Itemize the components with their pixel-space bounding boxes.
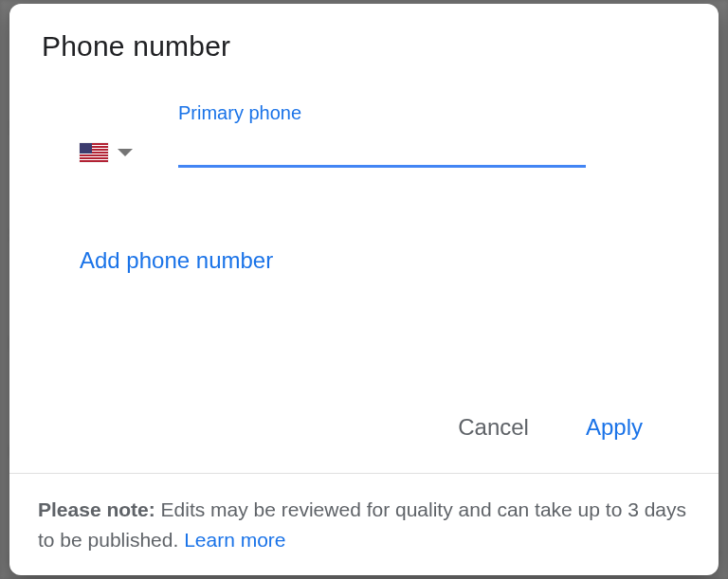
dialog-footer-note: Please note: Edits may be reviewed for q…: [9, 473, 719, 575]
cancel-button[interactable]: Cancel: [456, 410, 531, 444]
dialog-title: Phone number: [42, 30, 686, 63]
primary-phone-input[interactable]: [178, 131, 586, 168]
footer-note-prefix: Please note:: [38, 498, 155, 520]
add-phone-number-button[interactable]: Add phone number: [42, 247, 273, 274]
phone-number-dialog: Phone number Primary phone Add phone num…: [9, 4, 719, 575]
primary-phone-field-wrap: Primary phone: [178, 131, 586, 168]
chevron-down-icon: [118, 149, 133, 156]
dialog-body: Phone number Primary phone Add phone num…: [9, 4, 719, 473]
country-selector[interactable]: [80, 143, 133, 168]
primary-phone-label: Primary phone: [178, 102, 301, 124]
learn-more-link[interactable]: Learn more: [184, 529, 285, 551]
primary-phone-row: Primary phone: [42, 131, 686, 168]
dialog-actions: Cancel Apply: [42, 382, 686, 473]
us-flag-icon: [80, 143, 108, 162]
apply-button[interactable]: Apply: [584, 410, 645, 444]
